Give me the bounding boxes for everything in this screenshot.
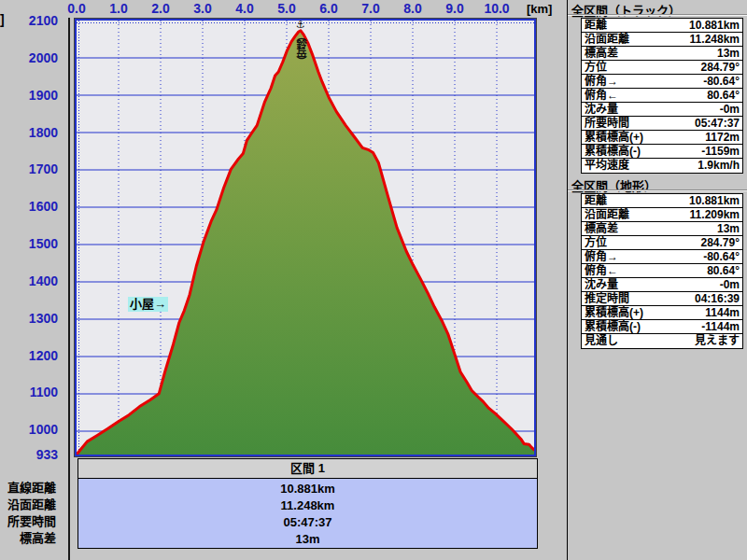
peak-annotation: （鈴岳） [295, 31, 306, 64]
stat-value: 1.9km/h [698, 159, 742, 173]
stat-row: 見通し見えます [582, 334, 742, 348]
stat-value: 05:47:37 [695, 117, 742, 130]
stat-row: 沈み量-0m [582, 103, 742, 117]
stat-row: 標高差13m [582, 47, 742, 61]
stats-panel: 全区間（トラック） 距離10.881km沿面距離11.248km標高差13m方位… [568, 0, 747, 560]
stat-label: 沈み量 [582, 103, 618, 116]
stat-value: 11.209km [690, 208, 742, 221]
stat-row: 距離10.881km [582, 194, 742, 208]
stat-label: 沿面距離 [582, 208, 629, 221]
stat-row: 標高差13m [582, 222, 742, 236]
stat-value: -1144m [701, 320, 742, 333]
stat-value: 284.79° [700, 236, 742, 249]
stat-label: 累積標高(-) [582, 320, 641, 333]
section-row-value: 11.248km [78, 497, 537, 514]
y-tick-label: 1500 [29, 236, 58, 251]
elevation-profile-chart [77, 21, 534, 455]
pane-divider-line [68, 18, 70, 560]
stat-row: 方位284.79° [582, 236, 742, 250]
y-tick-label: 1100 [30, 385, 58, 399]
terrain-section-title: 全区間（地形） [571, 176, 656, 194]
divider [568, 14, 747, 16]
section-row-label: 標高差 [0, 530, 56, 547]
x-tick-label: 0.0 [67, 1, 85, 16]
stat-value: 284.79° [700, 61, 742, 74]
stat-label: 標高差 [582, 47, 618, 60]
track-section-title: 全区間（トラック） [571, 1, 681, 19]
plot-frame: 小屋→ ⚓ （鈴岳） [75, 19, 536, 456]
section-values-box: 10.881km11.248km05:47:3713m [78, 478, 538, 549]
terrain-stats-table: 距離10.881km沿面距離11.209km標高差13m方位284.79°俯角→… [581, 193, 743, 349]
stat-label: 推定時間 [582, 292, 629, 305]
section-row-labels: 直線距離沿面距離所要時間標高差 [0, 480, 56, 547]
stat-row: 方位284.79° [582, 61, 742, 75]
stat-row: 俯角→-80.64° [582, 75, 742, 89]
stat-label: 累積標高(+) [582, 131, 643, 144]
y-axis-unit-label: [m] [0, 12, 5, 27]
hut-annotation: 小屋→ [128, 297, 168, 312]
y-tick-label: 1400 [29, 273, 58, 288]
elevation-profile-window: 0.01.02.03.04.05.06.07.08.09.010.0 [km] … [0, 0, 747, 560]
stat-label: 俯角→ [582, 250, 618, 263]
stat-row: 累積標高(-)-1144m [582, 320, 742, 334]
stat-value: 11.248km [690, 33, 742, 46]
y-tick-label: 1200 [29, 348, 58, 363]
stat-row: 累積標高(+)1172m [582, 131, 742, 145]
x-tick-label: 7.0 [361, 1, 379, 16]
y-tick-label: 1900 [29, 88, 58, 103]
stat-label: 方位 [582, 61, 607, 74]
divider [568, 189, 747, 191]
y-tick-label: 1600 [29, 199, 58, 214]
stat-value: -0m [720, 278, 742, 291]
stat-value: -80.64° [703, 75, 742, 88]
section-row-value: 05:47:37 [78, 514, 537, 531]
section-row-label: 沿面距離 [0, 497, 56, 513]
stat-label: 俯角→ [582, 75, 618, 88]
plot-area[interactable]: 小屋→ ⚓ （鈴岳） [74, 18, 537, 457]
section-header: 区間 1 [78, 458, 538, 479]
stat-value: 10.881km [689, 19, 742, 32]
y-tick-label: 2100 [29, 13, 58, 28]
x-tick-label: 10.0 [484, 1, 509, 16]
x-axis-unit-label: [km] [527, 2, 552, 16]
stat-label: 累積標高(+) [582, 306, 643, 319]
stat-value: 80.64° [707, 89, 742, 102]
x-tick-label: 1.0 [109, 1, 127, 16]
x-tick-label: 8.0 [403, 1, 421, 16]
stat-label: 距離 [582, 194, 607, 207]
y-tick-label: 1800 [29, 125, 58, 140]
x-tick-label: 5.0 [277, 1, 295, 16]
stat-value: 10.881km [689, 194, 742, 207]
stat-label: 所要時間 [582, 117, 629, 130]
stat-row: 平均速度1.9km/h [582, 159, 742, 173]
section-row-value: 10.881km [78, 481, 537, 497]
stat-label: 平均速度 [582, 159, 629, 173]
stat-row: 俯角←80.64° [582, 264, 742, 278]
stat-row: 沈み量-0m [582, 278, 742, 292]
stat-value: 13m [717, 47, 742, 60]
stat-label: 距離 [582, 19, 607, 32]
elevation-area-fill [77, 31, 534, 455]
stat-row: 距離10.881km [582, 19, 742, 33]
stat-row: 俯角→-80.64° [582, 250, 742, 264]
y-tick-label: 1300 [29, 311, 58, 326]
stat-value: 04:16:39 [695, 292, 742, 305]
x-tick-label: 3.0 [193, 1, 211, 16]
y-tick-label: 933 [36, 447, 58, 462]
stat-row: 累積標高(+)1144m [582, 306, 742, 320]
stat-label: 俯角← [582, 89, 618, 102]
stat-value: -1159m [701, 145, 742, 158]
stat-value: -0m [720, 103, 742, 116]
stat-label: 標高差 [582, 222, 618, 235]
y-axis: 2100200019001800170016001500140013001200… [13, 0, 58, 467]
y-tick-label: 1700 [29, 161, 58, 176]
stat-value: 1172m [705, 131, 742, 144]
stat-label: 俯角← [582, 264, 618, 277]
x-tick-label: 2.0 [151, 1, 169, 16]
stat-value: 80.64° [707, 264, 742, 277]
stat-row: 所要時間05:47:37 [582, 117, 742, 131]
stat-label: 沈み量 [582, 278, 618, 291]
track-stats-table: 距離10.881km沿面距離11.248km標高差13m方位284.79°俯角→… [581, 18, 743, 174]
stat-value: 1144m [705, 306, 742, 319]
x-tick-label: 6.0 [319, 1, 337, 16]
